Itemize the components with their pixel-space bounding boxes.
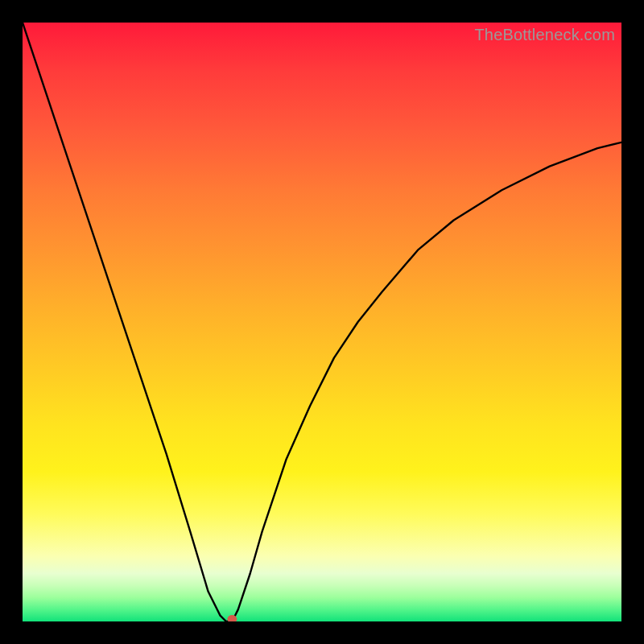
plot-area: TheBottleneck.com xyxy=(23,23,621,621)
chart-frame: TheBottleneck.com xyxy=(0,0,644,644)
bottleneck-curve xyxy=(23,23,621,621)
curve-path xyxy=(23,23,621,621)
